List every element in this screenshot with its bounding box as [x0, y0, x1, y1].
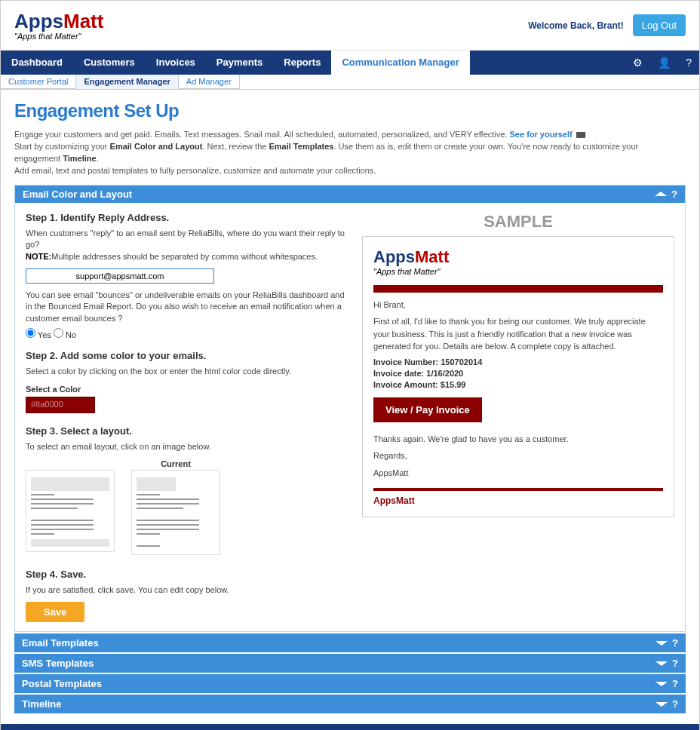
step3-title: Step 3. Select a layout. — [26, 425, 350, 437]
logo-apps: Apps — [14, 10, 63, 32]
chevron-down-icon — [655, 661, 668, 666]
logo-matt: Matt — [63, 10, 103, 32]
nav-communication-manager[interactable]: Communication Manager — [331, 51, 469, 75]
chevron-down-icon — [655, 641, 668, 646]
nav-invoices[interactable]: Invoices — [146, 51, 206, 75]
help-icon[interactable]: ? — [678, 57, 699, 69]
subnav-customer-portal[interactable]: Customer Portal — [1, 75, 76, 89]
subnav-engagement-manager[interactable]: Engagement Manager — [76, 75, 178, 89]
chevron-down-icon — [655, 702, 668, 707]
nav-reports[interactable]: Reports — [273, 51, 331, 75]
user-icon[interactable]: 👤 — [650, 57, 678, 69]
radio-yes[interactable]: Yes — [26, 330, 51, 339]
step2-text: Select a color by clicking on the box or… — [26, 366, 350, 377]
view-pay-invoice-button[interactable]: View / Pay Invoice — [373, 397, 482, 422]
accordion-sms-templates[interactable]: SMS Templates? — [14, 654, 686, 673]
step1-text: When customers "reply" to an email sent … — [26, 228, 350, 262]
gear-icon[interactable]: ⚙ — [625, 57, 650, 69]
color-label: Select a Color — [26, 385, 350, 394]
help-icon[interactable]: ? — [672, 637, 678, 649]
accordion-postal-templates[interactable]: Postal Templates? — [14, 674, 686, 693]
radio-no[interactable]: No — [54, 330, 76, 339]
panel-email-color-layout: Email Color and Layout ? Step 1. Identif… — [14, 185, 686, 633]
help-icon[interactable]: ? — [672, 678, 678, 689]
sample-preview: AppsMatt "Apps that Matter" Hi Brant, Fi… — [362, 236, 674, 518]
layout-option-1[interactable] — [26, 470, 115, 552]
footer: © Copyright 2012 - 2020 ReliaBills, LLC.… — [1, 724, 699, 730]
step3-text: To select an email layout, click on an i… — [26, 441, 350, 452]
help-icon[interactable]: ? — [672, 658, 678, 669]
reply-address-input[interactable] — [26, 268, 214, 284]
step2-title: Step 2. Add some color to your emails. — [26, 350, 350, 361]
layout-option-2-current[interactable] — [131, 470, 220, 555]
logout-button[interactable]: Log Out — [633, 14, 686, 36]
collapse-icon[interactable] — [655, 192, 667, 196]
nav-payments[interactable]: Payments — [206, 51, 273, 75]
help-icon[interactable]: ? — [672, 698, 678, 710]
save-button[interactable]: Save — [26, 602, 84, 622]
step4-title: Step 4. Save. — [26, 569, 350, 580]
video-icon[interactable] — [576, 132, 585, 138]
bounce-text: You can see email "bounces" or undeliver… — [26, 290, 350, 324]
accordion-email-templates[interactable]: Email Templates? — [14, 633, 686, 652]
bounce-radios: Yes No — [26, 328, 350, 339]
logo: AppsMatt "Apps that Matter" — [14, 10, 103, 41]
color-swatch[interactable]: #8a0000 — [26, 397, 95, 413]
current-label: Current — [131, 459, 220, 468]
step1-title: Step 1. Identify Reply Address. — [26, 212, 350, 223]
header: AppsMatt "Apps that Matter" Welcome Back… — [1, 1, 699, 51]
panel-help-icon[interactable]: ? — [671, 189, 677, 200]
sub-nav: Customer Portal Engagement Manager Ad Ma… — [1, 75, 699, 90]
top-nav: Dashboard Customers Invoices Payments Re… — [1, 51, 699, 75]
step4-text: If you are satisfied, click save. You ca… — [26, 584, 350, 596]
intro-text: Engage your customers and get paid. Emai… — [14, 129, 686, 177]
page-title: Engagement Set Up — [14, 100, 686, 121]
chevron-down-icon — [655, 682, 668, 686]
welcome-text: Welcome Back, Brant! — [528, 20, 624, 31]
accordion-timeline[interactable]: Timeline? — [14, 695, 686, 713]
panel-header[interactable]: Email Color and Layout ? — [15, 186, 685, 203]
see-for-yourself-link[interactable]: See for yourself — [510, 130, 573, 139]
nav-dashboard[interactable]: Dashboard — [1, 51, 73, 75]
subnav-ad-manager[interactable]: Ad Manager — [179, 75, 240, 89]
nav-customers[interactable]: Customers — [73, 51, 146, 75]
sample-title: SAMPLE — [362, 212, 674, 232]
